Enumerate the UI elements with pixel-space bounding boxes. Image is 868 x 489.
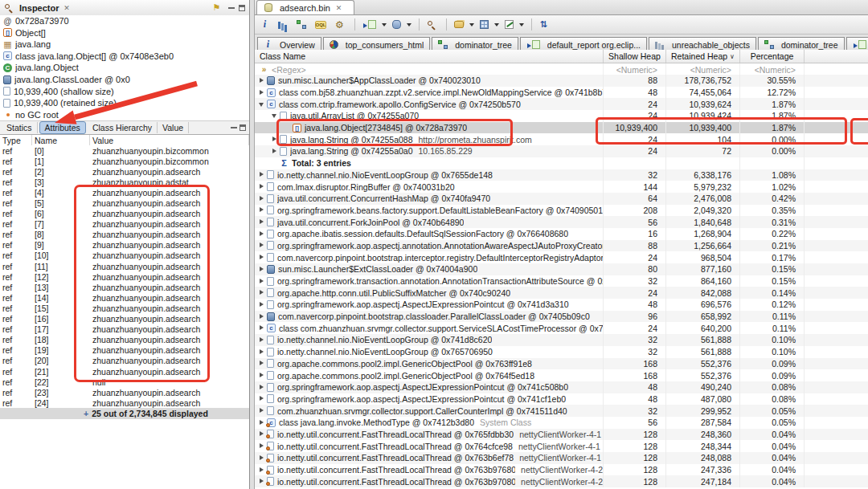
- table-row[interactable]: ref[13]zhuanzhuanyoupin.adsearch: [0, 282, 249, 292]
- minimize-icon[interactable]: [231, 124, 237, 131]
- expand-icon[interactable]: [258, 360, 266, 368]
- tree-row[interactable]: java.lang.String @ 0x74255a088http://pro…: [255, 133, 868, 145]
- class-name-cell[interactable]: []java.lang.Object[2734845] @ 0x728a7397…: [255, 122, 604, 134]
- compare-button[interactable]: ⇅: [539, 20, 551, 29]
- class-name-cell[interactable]: org.springframework.aop.aspectj.AspectJE…: [255, 381, 604, 393]
- class-name-cell[interactable]: java.lang.String @ 0x74255a088http://pro…: [255, 133, 604, 145]
- numeric-filter-input[interactable]: <Numeric>: [740, 63, 805, 75]
- table-row[interactable]: ref[8]zhuanzhuanyoupin.adsearch: [0, 230, 249, 240]
- class-name-cell[interactable]: cclass java.lang.invoke.MethodType @ 0x7…: [255, 417, 604, 429]
- table-row[interactable]: ref[22]null: [0, 377, 249, 387]
- class-name-cell[interactable]: io.netty.util.concurrent.FastThreadLocal…: [255, 475, 604, 487]
- table-footer[interactable]: + 25 out of 2,734,845 displayed: [0, 408, 249, 419]
- tree-row[interactable]: com.navercorp.pinpoint.bootstrap.interce…: [255, 251, 868, 263]
- tree-row[interactable]: org.springframework.aop.aspectj.AspectJE…: [255, 381, 868, 393]
- inspector-item[interactable]: java.lang.ClassLoader @ 0x0: [0, 74, 249, 86]
- expand-icon[interactable]: [258, 300, 266, 308]
- chevron-down-icon[interactable]: [494, 23, 499, 26]
- table-row[interactable]: ref[2]zhuanzhuanyoupin.adsearch: [0, 166, 249, 177]
- tree-row[interactable]: cclass com.ctrip.framework.apollo.Config…: [255, 98, 868, 110]
- expand-icon[interactable]: [258, 183, 266, 191]
- editor-tab-adsearch-bin[interactable]: adsearch.bin ✕: [256, 0, 354, 14]
- table-row[interactable]: ref[19]zhuanzhuanyoupin.adsearch: [0, 345, 249, 356]
- table-row[interactable]: ref[24]zhuanzhuanyoupin.adsearch: [0, 397, 249, 408]
- numeric-filter-input[interactable]: <Numeric>: [666, 63, 740, 75]
- expand-icon[interactable]: [258, 454, 266, 462]
- regex-filter-input[interactable]: »<Regex>: [255, 63, 604, 75]
- expand-icon[interactable]: [258, 372, 266, 380]
- chevron-down-icon[interactable]: [469, 23, 474, 26]
- tree-row[interactable]: sun.misc.Launcher$AppClassLoader @ 0x740…: [255, 75, 868, 87]
- class-name-cell[interactable]: io.netty.channel.nio.NioEventLoopGroup @…: [255, 334, 604, 346]
- tree-row[interactable]: io.netty.util.concurrent.FastThreadLocal…: [255, 475, 868, 487]
- table-row[interactable]: ref[7]zhuanzhuanyoupin.adsearch: [0, 219, 249, 230]
- tree-row[interactable]: sun.misc.Launcher$ExtClassLoader @ 0x740…: [255, 263, 868, 275]
- tree-row[interactable]: io.netty.util.concurrent.FastThreadLocal…: [255, 440, 868, 452]
- calculator-button[interactable]: [480, 20, 499, 29]
- class-name-cell[interactable]: com.navercorp.pinpoint.bootstrap.interce…: [255, 251, 604, 263]
- tree-row[interactable]: org.apache.ibatis.session.defaults.Defau…: [255, 228, 868, 240]
- table-row[interactable]: ref[12]zhuanzhuanyoupin.adsearch: [0, 271, 249, 282]
- table-row[interactable]: ref[21]zhuanzhuanyoupin.adsearch: [0, 366, 249, 377]
- class-name-cell[interactable]: io.netty.util.concurrent.FastThreadLocal…: [255, 440, 604, 452]
- expand-icon[interactable]: [258, 478, 266, 486]
- table-row[interactable]: ref[6]zhuanzhuanyoupin.adsearch: [0, 209, 249, 219]
- expand-icon[interactable]: [271, 136, 279, 144]
- expand-icon[interactable]: [258, 265, 266, 273]
- column-header-type[interactable]: Type: [0, 135, 32, 145]
- maximize-icon[interactable]: [239, 5, 245, 11]
- gear-button[interactable]: ⚙: [335, 20, 347, 29]
- tree-row[interactable]: org.springframework.aop.aspectj.AspectJE…: [255, 393, 868, 405]
- tree-row[interactable]: io.netty.channel.nio.NioEventLoopGroup @…: [255, 334, 868, 346]
- expand-icon[interactable]: [258, 289, 266, 297]
- class-name-cell[interactable]: java.lang.String @ 0x74255a0a010.165.85.…: [255, 145, 604, 157]
- expand-icon[interactable]: [258, 383, 266, 391]
- class-name-cell[interactable]: sun.misc.Launcher$ExtClassLoader @ 0x740…: [255, 263, 604, 275]
- table-row[interactable]: ref[3]zhuanzhuanyoupin.adstat: [0, 177, 249, 187]
- expand-icon[interactable]: [258, 395, 266, 403]
- class-name-cell[interactable]: cclass com.bj58.zhuanzhuan.zzpt.v2.servi…: [255, 87, 604, 99]
- table-row[interactable]: ref[11]zhuanzhuanyoupin.adsearch: [0, 261, 249, 271]
- inspector-item[interactable]: cclass java.lang.Object[] @ 0x7408e3eb0: [0, 51, 249, 63]
- tree-row[interactable]: ΣTotal: 3 entries: [255, 157, 868, 169]
- table-row[interactable]: ref[0]zhuanzhuanyoupin.bizcommon: [0, 145, 249, 156]
- table-row[interactable]: ref[10]zhuanzhuanyoupin.adsearch: [0, 251, 249, 261]
- table-row[interactable]: ref[9]zhuanzhuanyoupin.adsearch: [0, 240, 249, 251]
- tree-row[interactable]: cclass com.bj58.zhuanzhuan.zzpt.v2.servi…: [255, 87, 868, 99]
- class-name-cell[interactable]: org.apache.commons.pool2.impl.GenericObj…: [255, 369, 604, 381]
- tree-row[interactable]: cclass com.zhuanzhuan.srvmgr.collector.s…: [255, 322, 868, 334]
- column-header-percentage[interactable]: Percentage: [740, 50, 805, 63]
- expand-icon[interactable]: [258, 206, 266, 214]
- table-row[interactable]: ref[14]zhuanzhuanyoupin.adsearch: [0, 292, 249, 303]
- collapse-icon[interactable]: [258, 100, 266, 108]
- table-row[interactable]: ref[17]zhuanzhuanyoupin.adsearch: [0, 324, 249, 335]
- chevron-down-icon[interactable]: [519, 23, 524, 26]
- tree-row[interactable]: org.springframework.aop.aspectj.AspectJE…: [255, 299, 868, 311]
- inspector-item[interactable]: []Object[]: [0, 27, 249, 39]
- inspector-item[interactable]: 10,939,400 (shallow size): [0, 85, 249, 97]
- class-name-cell[interactable]: sun.misc.Launcher$AppClassLoader @ 0x740…: [255, 75, 604, 87]
- class-name-cell[interactable]: org.apache.http.conn.util.PublicSuffixMa…: [255, 287, 604, 299]
- table-row[interactable]: ref[18]zhuanzhuanyoupin.adsearch: [0, 335, 249, 345]
- column-header-shallow-heap[interactable]: Shallow Heap: [604, 50, 666, 63]
- expand-icon[interactable]: [258, 348, 266, 356]
- tree-row[interactable]: io.netty.channel.nio.NioEventLoopGroup @…: [255, 346, 868, 358]
- pin-icon[interactable]: ⚑: [212, 3, 221, 12]
- expand-more-icon[interactable]: +: [84, 409, 88, 418]
- expand-icon[interactable]: [258, 336, 266, 344]
- tree-row[interactable]: java.util.ArrayList @ 0x74255a0702410,93…: [255, 110, 868, 122]
- inspector-item[interactable]: @0x728a73970: [0, 15, 249, 27]
- expand-icon[interactable]: [258, 277, 266, 285]
- expand-icon[interactable]: [258, 430, 266, 438]
- expand-icon[interactable]: [258, 218, 266, 226]
- info-button[interactable]: i: [260, 20, 272, 29]
- inspector-tab-statics[interactable]: Statics: [2, 122, 38, 133]
- tree-row[interactable]: io.netty.util.concurrent.FastThreadLocal…: [255, 429, 868, 441]
- tree-row[interactable]: org.springframework.beans.factory.suppor…: [255, 205, 868, 217]
- class-name-cell[interactable]: io.netty.channel.nio.NioEventLoopGroup @…: [255, 169, 604, 181]
- column-header-name[interactable]: Name: [32, 135, 90, 145]
- expand-icon[interactable]: [258, 230, 266, 238]
- table-row[interactable]: ref[1]zhuanzhuanyoupin.bizcommon: [0, 156, 249, 166]
- column-header-value[interactable]: Value: [90, 135, 249, 145]
- tree-row[interactable]: com.navercorp.pinpoint.bootstrap.classlo…: [255, 311, 868, 323]
